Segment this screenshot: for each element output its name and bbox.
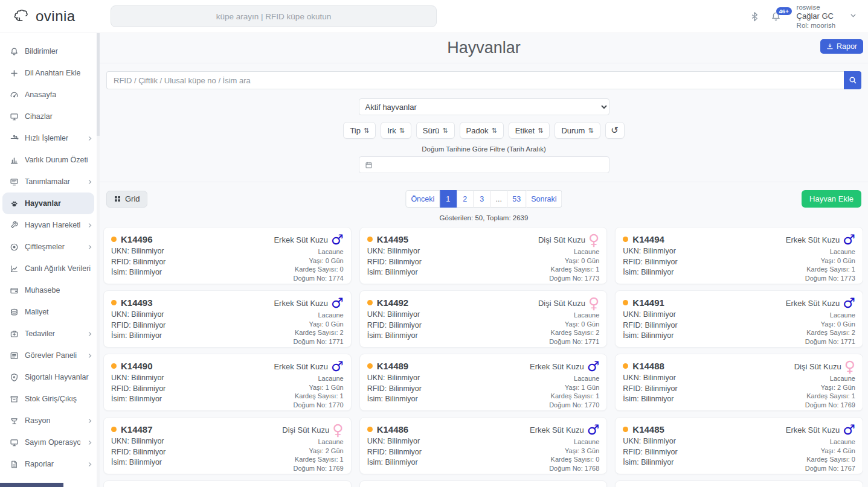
animal-card[interactable]: K14493 UKN: Bilinmiyor RFID: Bilinmiyor …: [103, 290, 352, 348]
filter-button-etiket[interactable]: Etiket ⇅: [509, 122, 550, 139]
sidebar-item-raporlar[interactable]: Raporlar: [0, 453, 99, 475]
animal-type: Erkek Süt Kuzu: [274, 362, 328, 371]
animal-id: K14485: [632, 424, 664, 434]
brand[interactable]: ovinia: [0, 8, 100, 25]
chevron-right-icon: [86, 461, 93, 468]
grid-view-toggle[interactable]: Grid: [106, 191, 147, 208]
header-quick-search[interactable]: küpe arayın | RFID küpe okutun: [111, 5, 437, 27]
animal-card[interactable]: K14495 UKN: Bilinmiyor RFID: Bilinmiyor …: [359, 227, 608, 284]
sidebar-item-label: Tanımlamalar: [25, 177, 70, 186]
pagination-page-2[interactable]: 2: [457, 190, 474, 208]
animal-birth-no: Doğum No: 1771: [293, 337, 343, 346]
status-dot-icon: [367, 300, 373, 305]
sidebar-item-label: Cihazlar: [25, 112, 53, 121]
male-gender-icon: ♂: [843, 233, 855, 247]
search-button[interactable]: [844, 71, 861, 89]
gauge-icon: [10, 91, 19, 100]
sidebar-item-cihazlar[interactable]: Cihazlar: [0, 106, 99, 127]
status-filter-select[interactable]: Aktif hayvanlar: [359, 98, 609, 115]
animal-card-partial[interactable]: ♀: [103, 480, 352, 487]
pagination-page-...[interactable]: ...: [490, 190, 507, 208]
pagination-page-3[interactable]: 3: [474, 190, 490, 208]
animal-card[interactable]: K14487 UKN: Bilinmiyor RFID: Bilinmiyor …: [103, 417, 352, 474]
animal-card[interactable]: K14489 UKN: Bilinmiyor RFID: Bilinmiyor …: [359, 354, 608, 411]
animal-age: Yaşı: 0 Gün: [565, 320, 599, 329]
animal-birth-no: Doğum No: 1770: [293, 401, 343, 410]
animal-card[interactable]: K14494 UKN: Bilinmiyor RFID: Bilinmiyor …: [615, 227, 863, 284]
sort-icon: ⇅: [364, 127, 369, 135]
filter-button-irk[interactable]: Irk ⇅: [381, 122, 411, 139]
status-dot-icon: [367, 427, 373, 432]
male-gender-icon: ♂: [331, 233, 344, 247]
animal-card[interactable]: K14488 UKN: Bilinmiyor RFID: Bilinmiyor …: [615, 354, 863, 411]
animal-search-input[interactable]: [106, 71, 844, 89]
filter-button-sürü[interactable]: Sürü ⇅: [416, 122, 455, 139]
sidebar-item-tedaviler[interactable]: Tedaviler: [0, 323, 99, 345]
pagination-prev[interactable]: Önceki: [405, 190, 440, 208]
animal-card[interactable]: K14490 UKN: Bilinmiyor RFID: Bilinmiyor …: [103, 354, 352, 411]
notifications-bell-icon[interactable]: 46+: [771, 11, 781, 22]
animal-id: K14496: [121, 234, 153, 244]
sidebar-item-label: Tedaviler: [25, 329, 55, 338]
reset-icon: ↺: [611, 125, 619, 136]
chevron-right-icon: [86, 418, 93, 424]
sidebar-item-sigortali-hayvanlar[interactable]: Sigortalı Hayvanlar: [0, 366, 99, 388]
sidebar-item-hizli-islemler[interactable]: Hızlı İşlemler: [0, 127, 99, 149]
animal-siblings: Kardeş Sayısı: 2: [806, 328, 855, 337]
user-menu[interactable]: roswise Çağlar GC Rol: moorish: [797, 3, 857, 30]
status-dot-icon: [111, 237, 117, 242]
pagination-page-1[interactable]: 1: [440, 190, 457, 208]
chevron-down-icon: [849, 11, 857, 21]
animal-rfid: RFID: Bilinmiyor: [367, 257, 422, 268]
animal-rfid: RFID: Bilinmiyor: [367, 447, 422, 458]
pagination-next[interactable]: Sonraki: [526, 190, 562, 208]
animal-card-partial[interactable]: ♂: [615, 480, 863, 487]
animal-type: Erkek Süt Kuzu: [530, 362, 584, 371]
sidebar-item-gorevler-paneli[interactable]: Görevler Paneli: [0, 345, 99, 366]
wrench-icon: [10, 221, 19, 230]
animal-card-partial[interactable]: ♀: [359, 480, 608, 487]
male-gender-icon: ♂: [587, 360, 600, 374]
reset-filters-button[interactable]: ↺: [605, 122, 625, 139]
animal-siblings: Kardeş Sayısı: 0: [295, 265, 344, 274]
sidebar-item-canli-agirlik-verileri[interactable]: Canlı Ağırlık Verileri: [0, 258, 99, 279]
sidebar-item-hayvanlar[interactable]: Hayvanlar: [2, 193, 94, 214]
animal-age: Yaşı: 0 Gün: [821, 256, 855, 266]
animal-card[interactable]: K14486 UKN: Bilinmiyor RFID: Bilinmiyor …: [359, 417, 608, 474]
sidebar-item-tanimlamalar[interactable]: Tanımlamalar: [0, 171, 99, 193]
animal-ukn: UKN: Bilinmiyor: [367, 310, 422, 320]
animal-card[interactable]: K14491 UKN: Bilinmiyor RFID: Bilinmiyor …: [615, 290, 863, 348]
sidebar-item-anasayfa[interactable]: Anasayfa: [0, 84, 99, 106]
male-gender-icon: ♂: [843, 296, 855, 310]
sidebar-item-bildirimler[interactable]: Bildirimler: [0, 40, 99, 62]
sidebar-item-sayim-operasyonlari[interactable]: Sayım Operasyonları: [0, 431, 99, 453]
sidebar-item-muhasebe[interactable]: Muhasebe: [0, 279, 99, 301]
sidebar-item-label: Muhasebe: [25, 286, 60, 294]
animal-id: K14491: [632, 298, 664, 308]
sidebar-item-hayvan-hareketleri[interactable]: Hayvan Hareketleri: [0, 214, 99, 236]
sidebar-item-varlik-durum-ozeti[interactable]: Varlık Durum Özeti: [0, 149, 99, 171]
add-animal-button[interactable]: Hayvan Ekle: [802, 190, 861, 208]
pagination-page-53[interactable]: 53: [507, 190, 526, 208]
animal-card[interactable]: K14492 UKN: Bilinmiyor RFID: Bilinmiyor …: [359, 290, 608, 348]
animal-rfid: RFID: Bilinmiyor: [111, 320, 166, 331]
sidebar-item-stok-giris-cikis[interactable]: Stok Giriş/Çıkış: [0, 388, 99, 410]
bluetooth-icon[interactable]: [750, 11, 760, 22]
sidebar-item-ciftlesmeler[interactable]: Çiftleşmeler: [0, 236, 99, 258]
sidebar-item-dil-anahtari-ekle[interactable]: Dil Anahtarı Ekle: [0, 62, 99, 84]
sidebar-scrollbar-track[interactable]: [97, 33, 100, 487]
sidebar-item-rasyon[interactable]: Rasyon: [0, 410, 99, 431]
report-button[interactable]: Rapor: [820, 39, 863, 54]
horizontal-scrollbar-thumb[interactable]: [0, 483, 63, 487]
female-gender-icon: ♀: [844, 359, 855, 374]
animal-rfid: RFID: Bilinmiyor: [623, 384, 677, 395]
animal-card[interactable]: K14496 UKN: Bilinmiyor RFID: Bilinmiyor …: [103, 227, 352, 284]
filter-button-padok[interactable]: Padok ⇅: [460, 122, 504, 139]
sidebar-item-maliyet[interactable]: Maliyet: [0, 301, 99, 323]
birthdate-range-input[interactable]: [359, 156, 609, 173]
animal-id: K14487: [121, 424, 153, 434]
animal-ukn: UKN: Bilinmiyor: [367, 373, 422, 384]
filter-button-durum[interactable]: Durum ⇅: [555, 122, 600, 139]
animal-card[interactable]: K14485 UKN: Bilinmiyor RFID: Bilinmiyor …: [615, 417, 863, 474]
filter-button-tip[interactable]: Tip ⇅: [343, 122, 376, 139]
